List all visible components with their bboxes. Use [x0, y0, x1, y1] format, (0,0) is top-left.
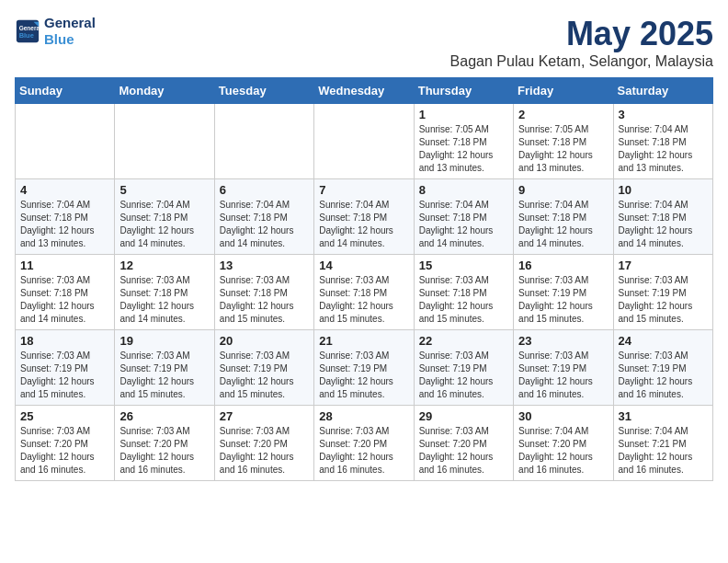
calendar-cell: 14Sunrise: 7:03 AM Sunset: 7:18 PM Dayli…: [314, 255, 414, 330]
calendar-cell: 9Sunrise: 7:04 AM Sunset: 7:18 PM Daylig…: [514, 179, 613, 255]
header-row: SundayMondayTuesdayWednesdayThursdayFrid…: [16, 78, 713, 104]
day-number: 16: [518, 259, 608, 272]
day-number: 5: [119, 183, 209, 197]
day-number: 14: [319, 259, 408, 272]
logo-icon: General Blue: [15, 18, 40, 44]
day-info: Sunrise: 7:03 AM Sunset: 7:19 PM Dayligh…: [20, 350, 109, 401]
day-info: Sunrise: 7:03 AM Sunset: 7:18 PM Dayligh…: [220, 274, 309, 326]
day-number: 10: [619, 183, 708, 197]
calendar-cell: 28Sunrise: 7:03 AM Sunset: 7:20 PM Dayli…: [314, 406, 414, 481]
day-number: 25: [20, 409, 109, 423]
day-number: 7: [319, 183, 408, 197]
day-info: Sunrise: 7:03 AM Sunset: 7:20 PM Dayligh…: [119, 425, 209, 477]
day-number: 11: [20, 259, 109, 272]
day-number: 18: [20, 334, 109, 348]
day-info: Sunrise: 7:03 AM Sunset: 7:19 PM Dayligh…: [119, 350, 209, 401]
svg-text:Blue: Blue: [19, 31, 34, 40]
day-info: Sunrise: 7:04 AM Sunset: 7:21 PM Dayligh…: [619, 425, 708, 477]
calendar-cell: 13Sunrise: 7:03 AM Sunset: 7:18 PM Dayli…: [214, 255, 313, 330]
calendar-cell: 1Sunrise: 7:05 AM Sunset: 7:18 PM Daylig…: [414, 104, 513, 179]
day-info: Sunrise: 7:03 AM Sunset: 7:19 PM Dayligh…: [619, 274, 708, 326]
day-number: 21: [319, 334, 408, 348]
day-info: Sunrise: 7:04 AM Sunset: 7:18 PM Dayligh…: [319, 199, 408, 250]
calendar-cell: 22Sunrise: 7:03 AM Sunset: 7:19 PM Dayli…: [414, 330, 513, 406]
title-area: May 2025 Bagan Pulau Ketam, Selangor, Ma…: [450, 15, 713, 70]
calendar-cell: 16Sunrise: 7:03 AM Sunset: 7:19 PM Dayli…: [514, 255, 613, 330]
day-info: Sunrise: 7:04 AM Sunset: 7:20 PM Dayligh…: [518, 425, 608, 477]
day-number: 19: [119, 334, 209, 348]
day-number: 15: [419, 259, 508, 272]
week-row-4: 25Sunrise: 7:03 AM Sunset: 7:20 PM Dayli…: [16, 406, 713, 481]
week-row-2: 11Sunrise: 7:03 AM Sunset: 7:18 PM Dayli…: [16, 255, 713, 330]
calendar-cell: 2Sunrise: 7:05 AM Sunset: 7:18 PM Daylig…: [514, 104, 613, 179]
day-number: 28: [319, 409, 408, 423]
calendar-cell: 18Sunrise: 7:03 AM Sunset: 7:19 PM Dayli…: [16, 330, 115, 406]
calendar-cell: 24Sunrise: 7:03 AM Sunset: 7:19 PM Dayli…: [613, 330, 712, 406]
calendar-cell: [314, 104, 414, 179]
calendar-cell: 26Sunrise: 7:03 AM Sunset: 7:20 PM Dayli…: [115, 406, 214, 481]
day-number: 2: [518, 108, 608, 121]
calendar-cell: 7Sunrise: 7:04 AM Sunset: 7:18 PM Daylig…: [314, 179, 414, 255]
day-number: 31: [619, 409, 708, 423]
calendar-cell: 17Sunrise: 7:03 AM Sunset: 7:19 PM Dayli…: [613, 255, 712, 330]
day-number: 1: [419, 108, 508, 121]
calendar-cell: [115, 104, 214, 179]
calendar-cell: 30Sunrise: 7:04 AM Sunset: 7:20 PM Dayli…: [514, 406, 613, 481]
header-thursday: Thursday: [414, 78, 513, 104]
day-info: Sunrise: 7:03 AM Sunset: 7:19 PM Dayligh…: [319, 350, 408, 401]
header: General Blue General Blue May 2025 Bagan…: [15, 15, 713, 70]
day-info: Sunrise: 7:04 AM Sunset: 7:18 PM Dayligh…: [220, 199, 309, 250]
day-info: Sunrise: 7:03 AM Sunset: 7:18 PM Dayligh…: [319, 274, 408, 326]
day-info: Sunrise: 7:03 AM Sunset: 7:19 PM Dayligh…: [619, 350, 708, 401]
day-info: Sunrise: 7:04 AM Sunset: 7:18 PM Dayligh…: [619, 123, 708, 175]
day-number: 23: [518, 334, 608, 348]
calendar-cell: 27Sunrise: 7:03 AM Sunset: 7:20 PM Dayli…: [214, 406, 313, 481]
logo-line2: Blue: [44, 31, 96, 48]
day-number: 17: [619, 259, 708, 272]
day-number: 13: [220, 259, 309, 272]
day-number: 20: [220, 334, 309, 348]
day-info: Sunrise: 7:03 AM Sunset: 7:19 PM Dayligh…: [518, 274, 608, 326]
header-wednesday: Wednesday: [314, 78, 414, 104]
day-info: Sunrise: 7:04 AM Sunset: 7:18 PM Dayligh…: [419, 199, 508, 250]
day-number: 22: [419, 334, 508, 348]
calendar-cell: 31Sunrise: 7:04 AM Sunset: 7:21 PM Dayli…: [613, 406, 712, 481]
calendar-cell: 12Sunrise: 7:03 AM Sunset: 7:18 PM Dayli…: [115, 255, 214, 330]
header-friday: Friday: [514, 78, 613, 104]
calendar-title: May 2025: [450, 15, 713, 53]
day-number: 30: [518, 409, 608, 423]
day-number: 24: [619, 334, 708, 348]
day-info: Sunrise: 7:04 AM Sunset: 7:18 PM Dayligh…: [119, 199, 209, 250]
day-info: Sunrise: 7:03 AM Sunset: 7:20 PM Dayligh…: [319, 425, 408, 477]
day-info: Sunrise: 7:05 AM Sunset: 7:18 PM Dayligh…: [419, 123, 508, 175]
calendar-cell: 19Sunrise: 7:03 AM Sunset: 7:19 PM Dayli…: [115, 330, 214, 406]
day-info: Sunrise: 7:04 AM Sunset: 7:18 PM Dayligh…: [518, 199, 608, 250]
calendar-cell: 4Sunrise: 7:04 AM Sunset: 7:18 PM Daylig…: [16, 179, 115, 255]
day-number: 3: [619, 108, 708, 121]
week-row-0: 1Sunrise: 7:05 AM Sunset: 7:18 PM Daylig…: [16, 104, 713, 179]
calendar-cell: 10Sunrise: 7:04 AM Sunset: 7:18 PM Dayli…: [613, 179, 712, 255]
calendar-cell: 6Sunrise: 7:04 AM Sunset: 7:18 PM Daylig…: [214, 179, 313, 255]
day-info: Sunrise: 7:04 AM Sunset: 7:18 PM Dayligh…: [20, 199, 109, 250]
calendar-cell: 8Sunrise: 7:04 AM Sunset: 7:18 PM Daylig…: [414, 179, 513, 255]
calendar-cell: 15Sunrise: 7:03 AM Sunset: 7:18 PM Dayli…: [414, 255, 513, 330]
calendar-cell: 21Sunrise: 7:03 AM Sunset: 7:19 PM Dayli…: [314, 330, 414, 406]
day-info: Sunrise: 7:03 AM Sunset: 7:19 PM Dayligh…: [518, 350, 608, 401]
calendar-cell: 20Sunrise: 7:03 AM Sunset: 7:19 PM Dayli…: [214, 330, 313, 406]
day-info: Sunrise: 7:03 AM Sunset: 7:19 PM Dayligh…: [419, 350, 508, 401]
day-number: 4: [20, 183, 109, 197]
calendar-cell: [16, 104, 115, 179]
calendar-cell: 5Sunrise: 7:04 AM Sunset: 7:18 PM Daylig…: [115, 179, 214, 255]
day-info: Sunrise: 7:03 AM Sunset: 7:20 PM Dayligh…: [20, 425, 109, 477]
header-saturday: Saturday: [613, 78, 712, 104]
calendar-cell: 29Sunrise: 7:03 AM Sunset: 7:20 PM Dayli…: [414, 406, 513, 481]
calendar-cell: 23Sunrise: 7:03 AM Sunset: 7:19 PM Dayli…: [514, 330, 613, 406]
day-number: 12: [119, 259, 209, 272]
day-info: Sunrise: 7:03 AM Sunset: 7:20 PM Dayligh…: [220, 425, 309, 477]
header-monday: Monday: [115, 78, 214, 104]
day-number: 9: [518, 183, 608, 197]
calendar-cell: 25Sunrise: 7:03 AM Sunset: 7:20 PM Dayli…: [16, 406, 115, 481]
logo-line1: General: [44, 15, 96, 31]
day-info: Sunrise: 7:05 AM Sunset: 7:18 PM Dayligh…: [518, 123, 608, 175]
day-number: 27: [220, 409, 309, 423]
